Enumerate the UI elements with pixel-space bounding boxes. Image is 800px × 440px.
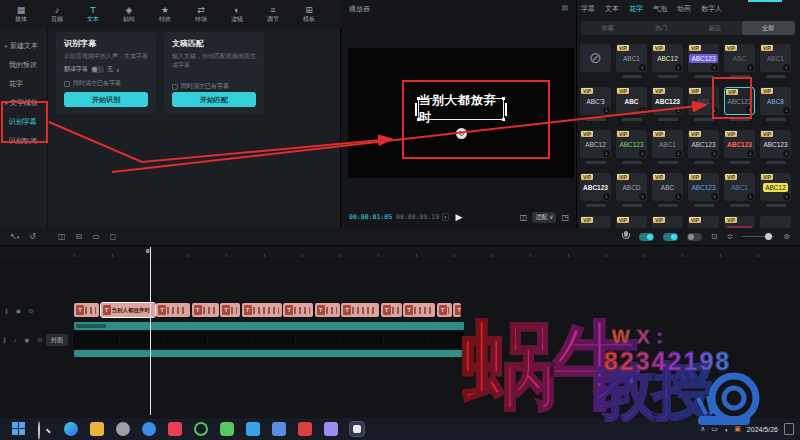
- taskbar-app-jianying-active[interactable]: [350, 422, 364, 436]
- text-selection-box[interactable]: 当别人都放弃时: [418, 98, 504, 120]
- mirror-preview-icon[interactable]: ◫: [520, 213, 528, 222]
- handle-right-bar[interactable]: [505, 103, 507, 116]
- text-clip[interactable]: T: [74, 303, 99, 317]
- record-voice-icon[interactable]: [622, 231, 630, 242]
- start-button[interactable]: [12, 422, 26, 436]
- fancy-text-tile[interactable]: ABC1VIP↓: [652, 130, 683, 158]
- toolbar-item-filter[interactable]: ◐滤镜: [220, 1, 254, 27]
- text-clip[interactable]: T: [220, 303, 240, 317]
- text-clip[interactable]: T: [341, 303, 379, 317]
- audio-strip-1[interactable]: [74, 322, 464, 330]
- fancy-text-tile[interactable]: ABC123VIP↓: [688, 44, 719, 72]
- sidebar-item-text-template[interactable]: ▸文字模板: [0, 93, 47, 112]
- toolbar-item-transition[interactable]: ⇄转场: [184, 1, 218, 27]
- freeze-frame-icon[interactable]: ▭: [92, 232, 100, 241]
- translate-value[interactable]: 无: [107, 65, 113, 74]
- fancy-text-tile[interactable]: ABC1VIP↓: [724, 173, 755, 201]
- undo-icon[interactable]: ↺: [29, 232, 36, 241]
- style-tab-subtitle[interactable]: 字幕: [581, 4, 595, 14]
- video-canvas[interactable]: 当别人都放弃时 ↻: [348, 48, 574, 178]
- fancy-text-tile[interactable]: ABC123VIP↓: [580, 173, 611, 201]
- taskbar-app-edge[interactable]: [64, 422, 78, 436]
- toolbar-item-sticker[interactable]: ◈贴纸: [112, 1, 146, 27]
- text-clip[interactable]: T: [315, 303, 340, 317]
- taskbar-app-green[interactable]: [194, 422, 208, 436]
- fancy-text-tile[interactable]: ABC123VIP↓: [652, 87, 683, 115]
- fancy-text-tile-selected[interactable]: ABC123VIP↓: [724, 87, 755, 115]
- fancy-text-tile[interactable]: ABC123VIP↓: [688, 173, 719, 201]
- toolbar-item-media[interactable]: ▦媒体: [4, 1, 38, 27]
- fancy-text-tile[interactable]: ABCVIP↓: [652, 173, 683, 201]
- tray-display-icon[interactable]: ▭: [711, 425, 718, 433]
- delete-icon[interactable]: ⊟: [75, 232, 82, 241]
- audio-strip-2[interactable]: [74, 350, 466, 357]
- taskbar-app-red2[interactable]: [298, 422, 312, 436]
- clear-subtitles-checkbox[interactable]: [64, 81, 70, 87]
- sidebar-item-recognize-subtitle[interactable]: 识别字幕: [0, 112, 47, 131]
- playhead[interactable]: [150, 247, 151, 415]
- sidebar-item-fancy-text[interactable]: 花字: [0, 74, 47, 93]
- video-track[interactable]: [74, 332, 463, 348]
- start-match-button[interactable]: 开始匹配: [172, 92, 256, 107]
- handle-br[interactable]: [502, 118, 505, 121]
- taskbar-search-button[interactable]: [38, 422, 52, 436]
- fancy-text-tile[interactable]: ABC123VIP↓: [616, 130, 647, 158]
- taskbar-date[interactable]: 2024/5/26: [747, 426, 778, 433]
- style-filter-热门[interactable]: 热门: [635, 21, 689, 35]
- toolbar-item-effects[interactable]: ★特效: [148, 1, 182, 27]
- fancy-text-tile[interactable]: ABC123VIP↓: [688, 130, 719, 158]
- style-tab-fancy-text[interactable]: 花字: [629, 4, 643, 14]
- fancy-text-tile[interactable]: ABC1VIP↓: [760, 44, 791, 72]
- timeline-zoom-slider[interactable]: [742, 236, 774, 237]
- fancy-text-tile[interactable]: ABCVIP↓: [724, 44, 755, 72]
- mirror-icon[interactable]: ◻: [110, 232, 117, 241]
- fancy-text-tile[interactable]: ABC1VIP↓: [616, 44, 647, 72]
- select-tool-icon[interactable]: ↖▾: [10, 232, 19, 241]
- taskbar-app-3d[interactable]: [324, 422, 338, 436]
- fancy-text-tile[interactable]: ABC12VIP↓: [652, 44, 683, 72]
- translate-toggle[interactable]: [91, 66, 104, 73]
- taskbar-app-red[interactable]: [168, 422, 182, 436]
- fancy-text-tile[interactable]: AB1VIP↓: [688, 87, 719, 115]
- fullscreen-icon[interactable]: ◳: [561, 213, 569, 222]
- text-clip[interactable]: T: [437, 303, 452, 317]
- taskbar-app-photos[interactable]: [272, 422, 286, 436]
- taskbar-app-settings[interactable]: [116, 422, 130, 436]
- video-track-header-icons[interactable]: ∥ ♪ ◉ ⊙: [3, 336, 45, 343]
- style-tab-digital-human[interactable]: 数字人: [701, 4, 722, 14]
- chevron-down-icon[interactable]: ∨: [116, 67, 120, 73]
- global-zoom-icon[interactable]: ≎: [727, 232, 734, 241]
- text-clip[interactable]: T: [403, 303, 435, 317]
- handle-tr[interactable]: [502, 97, 505, 100]
- text-clip[interactable]: T: [242, 303, 282, 317]
- fit-select[interactable]: 适配 ∨: [532, 212, 556, 223]
- timeline-ruler[interactable]: 0: [0, 247, 800, 258]
- preview-axis-icon[interactable]: ⊡: [711, 232, 718, 241]
- style-tab-animation[interactable]: 动画: [677, 4, 691, 14]
- sidebar-item-recognize-lyrics[interactable]: 识别歌词: [0, 131, 47, 150]
- style-tab-bubble[interactable]: 气泡: [653, 4, 667, 14]
- taskbar-app-wechat[interactable]: [220, 422, 234, 436]
- video-overlay-text[interactable]: 当别人都放弃时: [419, 99, 503, 119]
- taskbar-app-browser[interactable]: [142, 422, 156, 436]
- fancy-text-tile[interactable]: ABC'3VIP↓: [580, 87, 611, 115]
- style-tab-text[interactable]: 文本: [605, 4, 619, 14]
- style-filter-全部[interactable]: 全部: [742, 21, 796, 35]
- cover-button[interactable]: 封面: [46, 334, 68, 346]
- fancy-text-tile[interactable]: ABCDVIP↓: [616, 173, 647, 201]
- handle-tl[interactable]: [417, 97, 420, 100]
- handle-left-bar[interactable]: [415, 103, 417, 116]
- text-clip-selected[interactable]: T当别人都放弃时: [101, 303, 155, 317]
- play-button[interactable]: ▶: [456, 212, 463, 222]
- sidebar-item-my-presets[interactable]: 我的预设: [0, 55, 47, 74]
- taskbar-app-folder[interactable]: [90, 422, 104, 436]
- fancy-text-tile[interactable]: ABC123VIP↓: [760, 130, 791, 158]
- style-filter-收藏[interactable]: 收藏: [581, 21, 635, 35]
- text-clip[interactable]: T: [156, 303, 190, 317]
- fancy-text-tile[interactable]: ABC12VIP↓: [580, 130, 611, 158]
- style-filter-新品[interactable]: 新品: [688, 21, 742, 35]
- fancy-text-tile[interactable]: ABCVIP↓: [616, 87, 647, 115]
- notification-icon[interactable]: [784, 423, 794, 435]
- snap-toggle[interactable]: [663, 233, 678, 241]
- toolbar-item-audio[interactable]: ♪音频: [40, 1, 74, 27]
